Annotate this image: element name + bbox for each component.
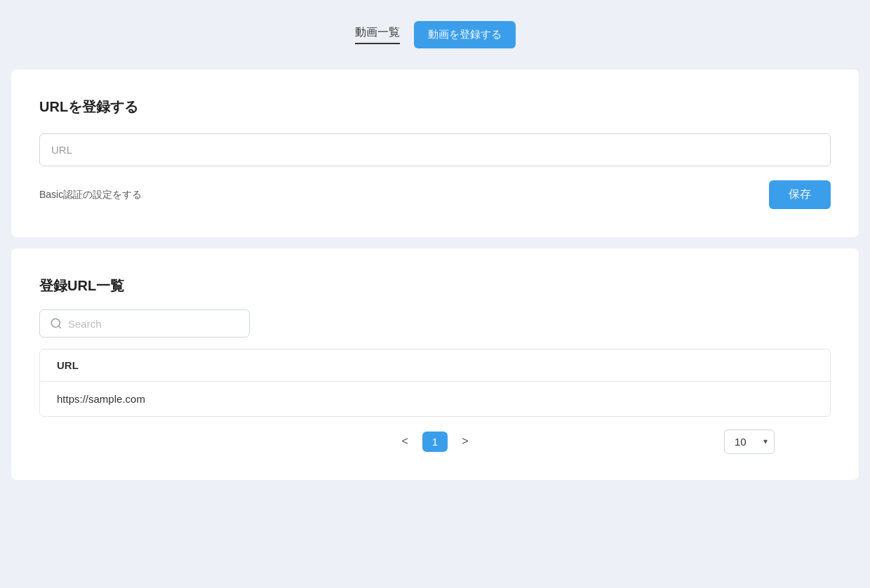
svg-line-1 <box>58 326 60 328</box>
nav-button-register-video[interactable]: 動画を登録する <box>414 21 516 48</box>
list-card-title: 登録URL一覧 <box>39 276 831 295</box>
per-page-select-wrapper: 10 25 50 100 ▾ <box>724 429 775 454</box>
save-button[interactable]: 保存 <box>769 180 831 209</box>
basic-auth-link[interactable]: Basic認証の設定をする <box>39 189 142 201</box>
top-nav: 動画一覧 動画を登録する <box>0 14 870 48</box>
pagination: < 1 > 10 25 50 100 ▾ <box>39 431 831 452</box>
url-input[interactable] <box>39 133 831 166</box>
pagination-prev-button[interactable]: < <box>393 431 416 452</box>
per-page-select[interactable]: 10 25 50 100 <box>724 429 775 454</box>
svg-point-0 <box>51 319 60 327</box>
search-wrapper <box>39 309 250 338</box>
pagination-page-1-button[interactable]: 1 <box>422 432 448 452</box>
nav-link-video-list[interactable]: 動画一覧 <box>355 25 400 44</box>
register-card-title: URLを登録する <box>39 98 831 116</box>
url-input-wrapper <box>39 133 831 166</box>
per-page-select-container: 10 25 50 100 ▾ <box>724 429 775 454</box>
list-url-card: 登録URL一覧 URL https://sample.com < 1 > 10 … <box>11 248 859 480</box>
search-icon <box>50 317 62 330</box>
url-table: URL https://sample.com <box>39 349 831 417</box>
pagination-next-button[interactable]: > <box>453 431 476 452</box>
search-input[interactable] <box>68 318 239 330</box>
form-footer: Basic認証の設定をする 保存 <box>39 180 831 209</box>
table-row: https://sample.com <box>40 382 830 416</box>
table-column-header-url: URL <box>40 349 830 382</box>
register-url-card: URLを登録する Basic認証の設定をする 保存 <box>11 69 859 237</box>
